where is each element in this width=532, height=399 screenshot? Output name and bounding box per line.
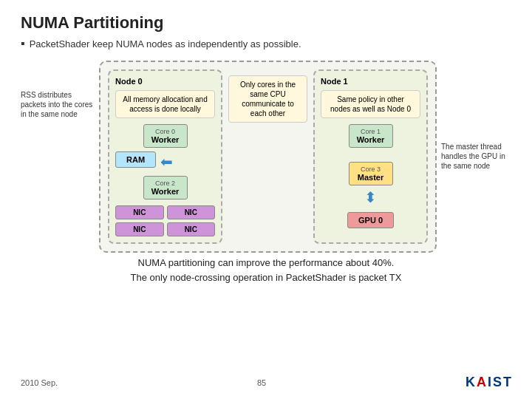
ram-arrow-icon: ⬅ <box>160 154 173 169</box>
logo-a: A <box>477 375 486 390</box>
logo-k: K <box>466 375 475 390</box>
core2-name: Worker <box>150 187 181 196</box>
node1-core1-row: Core 1 Worker <box>321 124 420 148</box>
nic-box-3: NIC <box>115 222 164 236</box>
nic-box-4: NIC <box>167 222 216 236</box>
nic-box-2: NIC <box>167 205 216 219</box>
core3-box: Core 3 Master <box>349 162 393 185</box>
core0-box: Core 0 Worker <box>143 124 188 148</box>
logo-i: I <box>488 375 491 390</box>
core2-label: Core 2 <box>150 180 181 187</box>
subtitle-text: PacketShader keep NUMA nodes as independ… <box>30 38 301 50</box>
bottom-text-1: NUMA partitioning can improve the perfor… <box>21 256 511 270</box>
footer-page: 85 <box>257 378 266 387</box>
core0-name: Worker <box>150 135 181 144</box>
bullet-icon: ▪ <box>21 37 25 50</box>
node0-cores-row: Core 0 Worker <box>115 124 215 148</box>
gpu-box: GPU 0 <box>347 212 394 228</box>
node0-box: Node 0 All memory allocation and access … <box>108 69 222 244</box>
core3-name: Master <box>355 173 386 182</box>
gpu-arrow-icon: ⬍ <box>364 190 377 205</box>
core0-label: Core 0 <box>150 128 181 135</box>
nic-grid: NIC NIC NIC NIC <box>115 205 215 236</box>
logo-s: S <box>493 375 502 390</box>
node1-label: Node 1 <box>321 77 420 86</box>
core1-name: Worker <box>355 135 386 144</box>
node1-policy-info: Same policy in other nodes as well as No… <box>321 90 420 118</box>
node1-core3-row: Core 3 Master <box>321 162 420 185</box>
subtitle-line: ▪ PacketShader keep NUMA nodes as indepe… <box>21 37 511 50</box>
center-info-box: Only cores in the same CPU communicate t… <box>228 75 307 123</box>
node0-core2-row: Core 2 Worker <box>115 176 215 200</box>
master-annotation: The master thread handles the GPU in the… <box>441 142 511 171</box>
slide-title: NUMA Partitioning <box>21 13 511 33</box>
node0-memory-info: All memory allocation and access is done… <box>115 90 215 118</box>
slide: NUMA Partitioning ▪ PacketShader keep NU… <box>0 0 532 399</box>
node0-label: Node 0 <box>115 77 215 86</box>
numa-container: Node 0 All memory allocation and access … <box>99 61 437 253</box>
core1-label: Core 1 <box>355 128 386 135</box>
logo-t: T <box>503 375 511 390</box>
bottom-text-area: NUMA partitioning can improve the perfor… <box>21 256 511 284</box>
core1-box: Core 1 Worker <box>349 124 393 148</box>
diagram-area: RSS distributes packets into the cores i… <box>21 61 511 253</box>
node1-box: Node 1 Same policy in other nodes as wel… <box>313 69 428 244</box>
rss-annotation: RSS distributes packets into the cores i… <box>21 90 95 119</box>
nic-box-1: NIC <box>115 205 164 219</box>
core3-label: Core 3 <box>355 166 386 173</box>
footer-date: 2010 Sep. <box>21 378 58 387</box>
ram-box: RAM <box>115 151 156 168</box>
bottom-text-2: The only node-crossing operation in Pack… <box>21 270 511 285</box>
core2-box: Core 2 Worker <box>143 176 188 200</box>
footer-logo: K A I S T <box>466 375 511 390</box>
footer: 2010 Sep. 85 K A I S T <box>21 375 511 390</box>
